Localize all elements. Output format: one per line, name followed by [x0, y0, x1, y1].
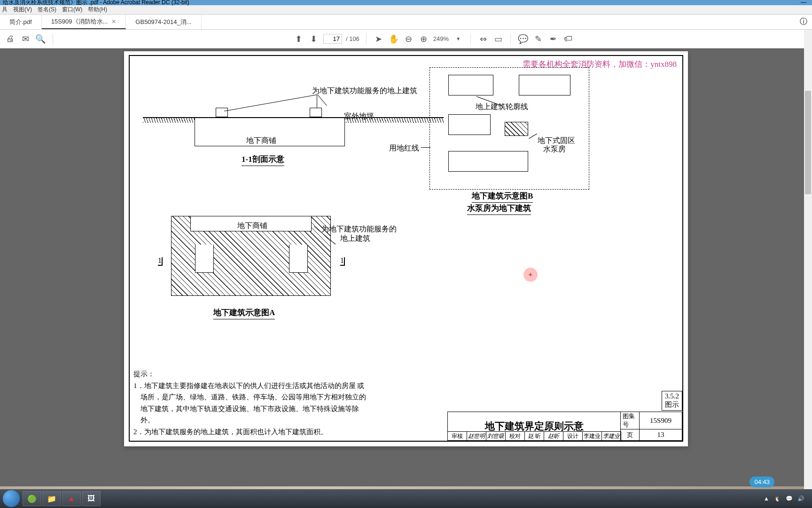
diagram-section-1-1: 为地下建筑功能服务的地上建筑 室外地坪 地下商铺 1-1剖面示意	[143, 79, 444, 174]
tray-sound-icon[interactable]: 🔊	[797, 495, 804, 502]
page-down-icon[interactable]: ⬇	[308, 33, 320, 45]
print-icon[interactable]: 🖨	[5, 33, 16, 45]
system-tray[interactable]: ▲ 🐧 💬 🔊	[764, 495, 809, 502]
task-acrobat[interactable]: ▲	[62, 491, 81, 506]
menu-bar: 具 视图(V) 签名(S) 窗口(W) 帮助(H)	[0, 5, 812, 15]
diagram-a: 地下商铺	[171, 216, 331, 296]
pdf-page: 需要各机构全套消防资料，加微信：yntx898 为地下建筑功能服务的地上建筑 室…	[124, 51, 688, 446]
page-up-icon[interactable]: ⬆	[293, 33, 304, 45]
tab-0[interactable]: 简介.pdf	[0, 15, 42, 29]
task-explorer[interactable]: 📁	[42, 491, 61, 506]
page-number-input[interactable]	[323, 34, 342, 44]
tray-penguin-icon[interactable]: 🐧	[774, 495, 781, 502]
menu-window[interactable]: 窗口(W)	[62, 6, 82, 14]
cursor-indicator-icon: ✦	[523, 268, 538, 282]
timer-badge: 04:43	[750, 476, 774, 487]
pointer-icon[interactable]: ➤	[373, 33, 384, 45]
comment-icon[interactable]: 💬	[517, 33, 529, 45]
tab-1[interactable]: 15S909《消防给水...✕	[42, 15, 126, 29]
tray-chat-icon[interactable]: 💬	[786, 495, 793, 502]
window-titlebar: 给水及消火栓系统技术规范》图示 .pdf - Adobe Acrobat Rea…	[0, 0, 812, 5]
taskbar: 🟢 📁 ▲ 🖼 ▲ 🐧 💬 🔊	[0, 489, 812, 508]
diagram-a-title: 地下建筑示意图A	[213, 307, 275, 319]
diagram-b: 地上建筑轮廓线 地下式固区 水泵房	[429, 67, 603, 190]
search-icon[interactable]: 🔍	[35, 33, 46, 45]
mail-icon[interactable]: ✉	[20, 33, 31, 45]
zoom-dropdown-icon[interactable]: ▼	[453, 33, 464, 45]
highlight-icon[interactable]: ✎	[532, 33, 544, 45]
scrollbar-thumb[interactable]	[805, 91, 811, 194]
tab-bar: 简介.pdf 15S909《消防给水...✕ GB50974-2014_消...…	[0, 15, 812, 30]
menu-help[interactable]: 帮助(H)	[88, 6, 107, 14]
fit-page-icon[interactable]: ▭	[492, 33, 504, 45]
tab-2[interactable]: GB50974-2014_消...	[126, 15, 201, 29]
sign-icon[interactable]: ✒	[547, 33, 559, 45]
diagram-b-title2: 水泵房为地下建筑	[467, 203, 531, 215]
task-photos[interactable]: 🖼	[82, 491, 101, 506]
tray-flag-icon[interactable]: ▲	[764, 495, 769, 502]
vertical-scrollbar[interactable]	[804, 30, 812, 489]
menu-view[interactable]: 视图(V)	[13, 6, 32, 14]
tab-close-icon[interactable]: ✕	[111, 18, 116, 25]
stamp-icon[interactable]: 🏷	[562, 33, 574, 45]
tab-help-icon[interactable]: ⓘ	[795, 17, 812, 27]
page-total: / 106	[346, 35, 359, 42]
minimize-button[interactable]: —	[798, 0, 809, 5]
notes-block: 提示： 1．地下建筑主要指修建在地表以下的供人们进行生活或其他活动的房屋 或 场…	[133, 369, 378, 438]
hand-icon[interactable]: ✋	[388, 33, 399, 45]
menu-sign[interactable]: 签名(S)	[38, 6, 56, 14]
document-viewport[interactable]: 需要各机构全套消防资料，加微信：yntx898 为地下建筑功能服务的地上建筑 室…	[0, 48, 812, 486]
window-title: 给水及消火栓系统技术规范》图示 .pdf - Adobe Acrobat Rea…	[3, 0, 189, 5]
window-controls: —	[798, 0, 809, 5]
zoom-in-icon[interactable]: ⊕	[418, 33, 429, 45]
toolbar: 🖨 ✉ 🔍 ⬆ ⬇ / 106 ➤ ✋ ⊖ ⊕ 249% ▼ ⇔ ▭ 💬 ✎ ✒…	[0, 30, 812, 48]
fit-width-icon[interactable]: ⇔	[477, 33, 489, 45]
menu-tools[interactable]: 具	[2, 6, 8, 14]
zoom-level[interactable]: 249%	[433, 35, 449, 42]
zoom-out-icon[interactable]: ⊖	[403, 33, 414, 45]
task-app-1[interactable]: 🟢	[23, 491, 41, 506]
diagram-b-title1: 地下建筑示意图B	[472, 190, 533, 203]
start-button[interactable]	[3, 490, 20, 507]
